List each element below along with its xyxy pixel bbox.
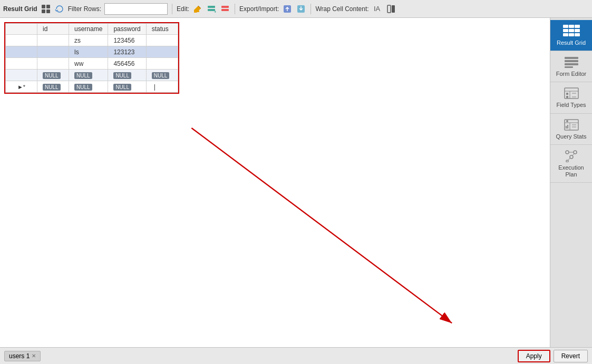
col-id[interactable]: id (37, 24, 69, 35)
content-panel: id username password status zs 123456 (0, 18, 550, 347)
revert-button[interactable]: Revert (554, 350, 588, 362)
tab-users[interactable]: users 1 ✕ (4, 351, 41, 361)
svg-point-46 (574, 151, 577, 154)
cell-id-3[interactable] (37, 58, 69, 70)
separator-3 (310, 4, 311, 14)
svg-rect-34 (566, 96, 568, 98)
columns-icon[interactable] (386, 4, 396, 14)
cell-id-new[interactable]: NULL (37, 81, 69, 93)
refresh-icon[interactable] (54, 4, 65, 14)
apply-button[interactable]: Apply (518, 350, 550, 362)
cell-status-1[interactable] (146, 35, 178, 46)
tab-label: users 1 (9, 352, 30, 360)
null-badge: NULL (152, 72, 170, 79)
execution-plan-sidebar-icon (563, 149, 580, 163)
import-icon[interactable] (296, 4, 306, 14)
svg-rect-9 (221, 9, 229, 11)
cell-status-new[interactable]: | (146, 81, 178, 93)
export-import-label: Export/Import: (239, 5, 279, 13)
row-num-3 (6, 58, 37, 70)
bottom-tabs: users 1 ✕ (4, 351, 41, 361)
svg-rect-20 (563, 29, 568, 32)
svg-text:IA: IA (374, 5, 381, 13)
cell-status-3[interactable] (146, 58, 178, 70)
right-sidebar: Result Grid Form Editor (550, 18, 592, 347)
svg-rect-25 (575, 33, 580, 36)
cell-username-4[interactable]: NULL (69, 70, 108, 81)
sidebar-label-query-stats: Query Stats (556, 133, 586, 140)
svg-rect-13 (387, 5, 391, 13)
sidebar-label-execution-plan: Execution Plan (552, 164, 590, 178)
cell-password-3[interactable]: 456456 (108, 58, 146, 70)
export-icon[interactable] (282, 4, 293, 14)
cell-username-3[interactable]: ww (69, 58, 108, 70)
cell-username-1[interactable]: zs (69, 35, 108, 46)
data-table: id username password status zs 123456 (5, 23, 178, 93)
edit-label: Edit: (177, 5, 189, 13)
cell-password-2[interactable]: 123123 (108, 46, 146, 58)
separator-1 (172, 4, 172, 14)
sidebar-item-query-stats[interactable]: Query Stats (550, 114, 592, 145)
table-row[interactable]: ww 456456 (6, 58, 178, 70)
table-row[interactable]: ls 123123 (6, 46, 178, 58)
result-grid-sidebar-icon (563, 24, 580, 38)
row-num-1 (6, 35, 37, 46)
null-badge: NULL (113, 84, 131, 91)
filter-rows-input[interactable] (104, 3, 168, 15)
delete-row-icon[interactable] (220, 4, 230, 14)
table-row[interactable]: NULL NULL NULL NULL (6, 70, 178, 81)
cell-id-1[interactable] (37, 35, 69, 46)
svg-text:+: + (214, 9, 216, 14)
svg-rect-21 (569, 29, 574, 32)
cell-status-2[interactable] (146, 46, 178, 58)
svg-rect-18 (569, 25, 574, 28)
svg-rect-33 (566, 93, 568, 95)
cell-status-4[interactable]: NULL (146, 70, 178, 81)
field-types-sidebar-icon (563, 86, 580, 100)
svg-rect-3 (46, 9, 50, 13)
separator-2 (235, 4, 235, 14)
row-num-2 (6, 46, 37, 58)
sidebar-item-field-types[interactable]: Field Types (550, 82, 592, 113)
col-username[interactable]: username (69, 24, 108, 35)
form-editor-sidebar-icon (563, 55, 580, 69)
col-password[interactable]: password (108, 24, 146, 35)
wrap-icon[interactable]: IA (372, 4, 383, 14)
svg-point-48 (566, 160, 568, 162)
cell-password-new[interactable]: NULL (108, 81, 146, 93)
col-status[interactable]: status (146, 24, 178, 35)
cell-id-2[interactable] (37, 46, 69, 58)
new-row-indicator: ►* (6, 81, 37, 93)
null-badge: NULL (43, 84, 61, 91)
cell-id-4[interactable]: NULL (37, 70, 69, 81)
cell-password-4[interactable]: NULL (108, 70, 146, 81)
table-row[interactable]: zs 123456 (6, 35, 178, 46)
sidebar-item-result-grid[interactable]: Result Grid (550, 20, 592, 51)
svg-rect-24 (569, 33, 574, 36)
svg-rect-27 (565, 60, 578, 62)
grid-icon[interactable] (41, 4, 51, 14)
tab-close-button[interactable]: ✕ (32, 353, 36, 359)
table-row-new[interactable]: ►* NULL NULL NULL | (6, 81, 178, 93)
svg-rect-8 (221, 6, 229, 8)
sidebar-label-result-grid: Result Grid (557, 40, 586, 46)
add-row-icon[interactable]: + (206, 4, 217, 14)
svg-rect-19 (575, 25, 580, 28)
main-area: id username password status zs 123456 (0, 18, 592, 347)
sidebar-item-form-editor[interactable]: Form Editor (550, 51, 592, 82)
svg-rect-29 (565, 66, 573, 68)
cell-username-2[interactable]: ls (69, 46, 108, 58)
row-num-4 (6, 70, 37, 81)
sidebar-item-execution-plan[interactable]: Execution Plan (550, 145, 592, 183)
null-badge: NULL (74, 72, 92, 79)
null-badge: NULL (43, 72, 61, 79)
svg-rect-17 (563, 25, 568, 28)
svg-rect-14 (392, 5, 395, 13)
svg-rect-0 (42, 5, 45, 8)
edit-icon[interactable] (192, 4, 203, 14)
cell-password-1[interactable]: 123456 (108, 35, 146, 46)
sidebar-label-field-types: Field Types (556, 102, 586, 109)
svg-rect-23 (563, 33, 568, 36)
svg-line-16 (191, 128, 452, 323)
cell-username-new[interactable]: NULL (69, 81, 108, 93)
